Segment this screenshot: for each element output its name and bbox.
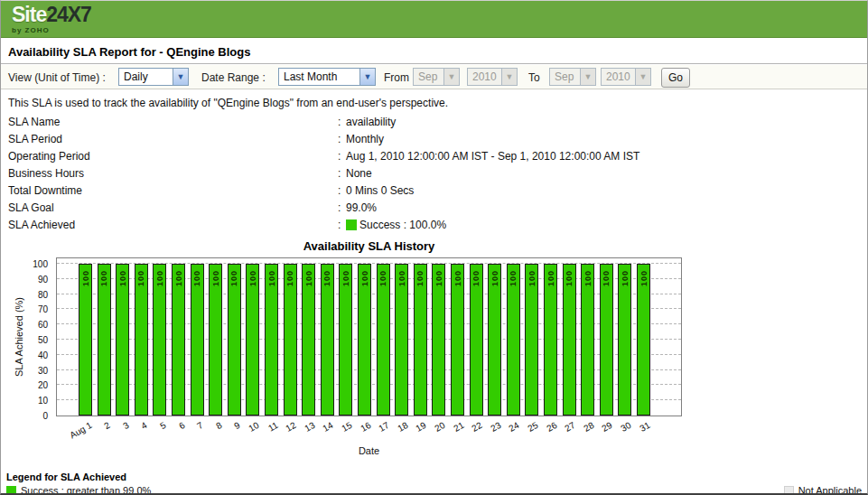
sla-bar[interactable]: 100	[525, 264, 538, 416]
bar-value-label: 100	[565, 265, 574, 292]
detail-row: Business Hours : None	[1, 164, 867, 182]
sla-bar[interactable]: 100	[470, 264, 483, 416]
chevron-down-icon: ▼	[501, 69, 517, 85]
detail-label: SLA Goal	[8, 201, 54, 214]
detail-value: Success : 100.0%	[346, 219, 446, 231]
sla-bar[interactable]: 100	[98, 264, 111, 416]
sla-bar[interactable]: 100	[488, 264, 501, 416]
sla-bar[interactable]: 100	[79, 264, 92, 416]
sla-description: This SLA is used to track the availabili…	[8, 97, 448, 109]
chevron-down-icon: ▼	[635, 69, 650, 85]
bar-value-label: 100	[211, 265, 220, 292]
sla-bar[interactable]: 100	[563, 264, 576, 416]
sla-bar[interactable]: 100	[339, 264, 352, 416]
sla-bar[interactable]: 100	[302, 264, 315, 416]
detail-row: SLA Achieved : Success : 100.0%	[1, 216, 867, 233]
sla-bar[interactable]: 100	[600, 264, 613, 416]
sla-achieved-swatch	[346, 219, 357, 230]
chart-plot-area: 1001001001001001001001001001001001001001…	[56, 257, 682, 416]
legend-item-not-applicable: Not Applicable	[784, 485, 862, 495]
sla-bar[interactable]: 100	[544, 264, 557, 416]
sla-bar[interactable]: 100	[432, 264, 445, 416]
chart-legend: Legend for SLA Achieved Success : greate…	[1, 469, 867, 494]
report-controls: View (Unit of Time) : Daily ▼ Date Range…	[1, 65, 867, 89]
logo-text-site: Site	[12, 3, 46, 26]
view-unit-value: Daily	[119, 70, 173, 83]
from-month-select: Sep ▼	[413, 68, 460, 86]
bar-value-label: 100	[174, 265, 183, 292]
bar-value-label: 100	[415, 265, 425, 292]
date-range-value: Last Month	[279, 70, 359, 83]
sla-details-table: SLA Name : availability SLA Period : Mon…	[1, 113, 867, 233]
sla-bar[interactable]: 100	[358, 264, 371, 416]
from-label: From	[384, 71, 409, 84]
bar-value-label: 100	[136, 265, 145, 292]
detail-value: None	[346, 167, 372, 180]
view-unit-select[interactable]: Daily ▼	[118, 68, 189, 86]
detail-label: SLA Achieved	[8, 219, 75, 231]
sla-bar[interactable]: 100	[507, 264, 520, 416]
bar-value-label: 100	[81, 265, 90, 292]
sla-bar[interactable]: 100	[618, 264, 631, 416]
detail-label: Total Downtime	[8, 184, 82, 197]
site24x7-logo[interactable]: Site24X7 by ZOHO	[12, 5, 91, 34]
detail-colon: :	[338, 133, 341, 145]
from-year-value: 2010	[468, 70, 501, 83]
bar-value-label: 100	[99, 265, 108, 292]
bar-value-label: 100	[509, 265, 518, 292]
bar-value-label: 100	[602, 265, 611, 292]
y-axis-tick-label: 0	[10, 411, 48, 421]
detail-label: Business Hours	[8, 167, 84, 180]
sla-bar[interactable]: 100	[321, 264, 334, 416]
sla-bar[interactable]: 100	[246, 264, 259, 416]
y-axis-tick-label: 80	[10, 290, 48, 300]
detail-value: Aug 1, 2010 12:00:00 AM IST - Sep 1, 201…	[346, 150, 639, 163]
bar-value-label: 100	[397, 265, 406, 292]
sla-bar[interactable]: 100	[191, 264, 204, 416]
app-header: Site24X7 by ZOHO	[1, 1, 867, 38]
go-button[interactable]: Go	[661, 68, 690, 88]
detail-colon: :	[338, 219, 341, 231]
legend-success-label: Success : greater than 99.0%	[21, 485, 151, 495]
detail-label: SLA Period	[8, 133, 62, 145]
detail-value: Monthly	[346, 133, 384, 145]
detail-row: SLA Goal : 99.0%	[1, 199, 867, 216]
x-axis-title: Date	[56, 445, 682, 456]
detail-colon: :	[338, 150, 341, 163]
sla-bar[interactable]: 100	[414, 264, 427, 416]
detail-row: SLA Period : Monthly	[1, 130, 867, 147]
sla-bar[interactable]: 100	[284, 264, 297, 416]
bar-value-label: 100	[192, 265, 201, 292]
date-range-select[interactable]: Last Month ▼	[278, 68, 376, 86]
bar-value-label: 100	[229, 265, 238, 292]
logo-byline: by ZOHO	[12, 27, 91, 34]
sla-bar[interactable]: 100	[265, 264, 278, 416]
sla-bar[interactable]: 100	[116, 264, 129, 416]
sla-bar[interactable]: 100	[377, 264, 390, 416]
y-axis-tick-label: 40	[10, 350, 48, 360]
detail-colon: :	[338, 167, 341, 180]
sla-bar[interactable]: 100	[172, 264, 185, 416]
detail-label: SLA Name	[8, 116, 60, 128]
bar-value-label: 100	[471, 265, 481, 292]
bar-value-label: 100	[341, 265, 350, 292]
chevron-down-icon: ▼	[580, 69, 595, 85]
detail-row: Total Downtime : 0 Mins 0 Secs	[1, 182, 867, 199]
y-axis-tick-label: 20	[10, 380, 48, 390]
view-unit-label: View (Unit of Time) :	[8, 71, 106, 84]
to-year-value: 2010	[602, 70, 635, 83]
y-axis-tick-label: 70	[10, 304, 48, 314]
sla-bar[interactable]: 100	[228, 264, 241, 416]
sla-bar[interactable]: 100	[135, 264, 148, 416]
bar-value-label: 100	[453, 265, 462, 292]
detail-colon: :	[338, 184, 341, 197]
sla-bar[interactable]: 100	[209, 264, 222, 416]
sla-bar[interactable]: 100	[153, 264, 166, 416]
sla-bar[interactable]: 100	[637, 264, 650, 416]
success-color-swatch	[6, 486, 16, 495]
bar-value-label: 100	[527, 265, 537, 292]
to-month-select: Sep ▼	[549, 68, 596, 86]
sla-bar[interactable]: 100	[451, 264, 464, 416]
sla-bar[interactable]: 100	[395, 264, 408, 416]
sla-bar[interactable]: 100	[581, 264, 594, 416]
